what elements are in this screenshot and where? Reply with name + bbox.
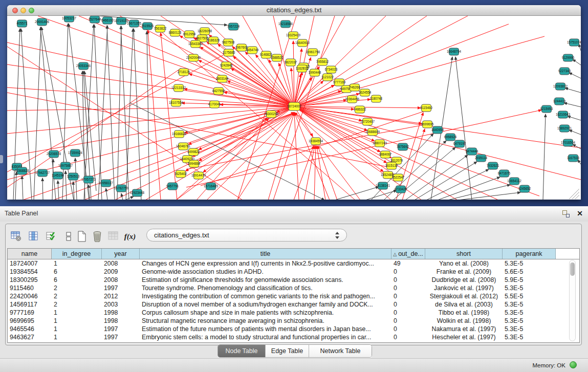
table-row[interactable]: 969969511998Structural magnetic resonanc…	[8, 317, 572, 325]
table-cell[interactable]: de Silva et al. (2003)	[425, 300, 503, 309]
tab-edge-table[interactable]: Edge Table	[266, 345, 309, 357]
table-cell[interactable]: 2	[52, 292, 102, 300]
table-row[interactable]: 1872400712008Changes of HCN gene express…	[8, 259, 572, 268]
table-cell[interactable]: Yano et al. (2008)	[425, 259, 503, 268]
table-cell[interactable]: Tourette syndrome. Phenomenology and cla…	[140, 284, 391, 292]
table-cell[interactable]: 1	[52, 325, 102, 333]
table-cell[interactable]: 2	[52, 284, 102, 292]
table-cell[interactable]: 6	[52, 276, 102, 284]
table-cell[interactable]: 18724007	[8, 259, 52, 268]
new-document-icon[interactable]	[75, 230, 89, 243]
select-column-icon[interactable]	[27, 230, 40, 243]
table-cell[interactable]: 9463627	[8, 333, 52, 341]
select-rows-icon[interactable]	[45, 230, 58, 243]
table-cell[interactable]: Hescheler et al. (1997)	[425, 333, 503, 341]
column-header-name[interactable]: name	[8, 249, 52, 259]
table-cell[interactable]: 9465546	[8, 325, 52, 333]
float-panel-icon[interactable]	[562, 210, 570, 217]
table-cell[interactable]: 2008	[102, 259, 140, 268]
delete-table-icon[interactable]	[91, 230, 104, 243]
table-row[interactable]: 946554611997Estimation of the future num…	[8, 325, 572, 333]
table-cell[interactable]: 22420046	[8, 292, 52, 300]
table-cell[interactable]: 1997	[102, 333, 140, 341]
column-header-in-degree[interactable]: in_degree	[52, 249, 102, 259]
column-header-short[interactable]: short	[425, 249, 503, 259]
table-row[interactable]: 911546021997Tourette syndrome. Phenomeno…	[8, 284, 572, 292]
table-cell[interactable]: 0	[391, 300, 425, 309]
table-cell[interactable]: Corpus callosum shape and size in male p…	[140, 309, 391, 317]
table-cell[interactable]: 5.9E-5	[503, 276, 556, 284]
table-cell[interactable]: 5.5E-5	[503, 292, 556, 300]
table-cell[interactable]: 5.3E-5	[503, 309, 556, 317]
table-cell[interactable]: Stergiakouli et al. (2012)	[425, 292, 503, 300]
table-cell[interactable]: Disruption of a novel member of a sodium…	[140, 300, 391, 309]
table-cell[interactable]: 1	[52, 333, 102, 341]
table-cell[interactable]: 49	[391, 259, 425, 268]
table-cell[interactable]: 1997	[102, 325, 140, 333]
table-row[interactable]: 2242004622012Investigating the contribut…	[8, 292, 572, 300]
table-cell[interactable]: 0	[391, 292, 425, 300]
table-row[interactable]: 1456911722003Disruption of a novel membe…	[8, 300, 572, 309]
column-header-out-degree[interactable]: △out_de...	[391, 249, 425, 259]
table-cell[interactable]: 2	[52, 300, 102, 309]
table-cell[interactable]: 9115460	[8, 284, 52, 292]
table-cell[interactable]: Estimation of the future numbers of pati…	[140, 325, 391, 333]
table-cell[interactable]: 2008	[102, 276, 140, 284]
table-cell[interactable]: 5.3E-5	[503, 300, 556, 309]
table-cell[interactable]: Wolkin et al. (1998)	[425, 317, 503, 325]
table-cell[interactable]: 0	[391, 317, 425, 325]
table-row[interactable]: 946362711997Embryonic stem cells: a mode…	[8, 333, 572, 341]
table-cell[interactable]: 1	[52, 309, 102, 317]
table-cell[interactable]: 0	[391, 309, 425, 317]
table-cell[interactable]: 0	[391, 284, 425, 292]
table-cell[interactable]: 1	[52, 259, 102, 268]
table-cell[interactable]: 14569117	[8, 300, 52, 309]
table-cell[interactable]: 0	[391, 276, 425, 284]
table-cell[interactable]: Investigating the contribution of common…	[140, 292, 391, 300]
table-chooser-combo[interactable]: citations_edges.txt	[146, 229, 347, 242]
network-window-titlebar[interactable]: citations_edges.txt	[7, 5, 581, 16]
table-cell[interactable]: 19384554	[8, 268, 52, 276]
table-cell[interactable]: Jankovic et al. (1997)	[425, 284, 503, 292]
table-cell[interactable]: 5.6E-5	[503, 268, 556, 276]
table-cell[interactable]: 5.3E-5	[503, 325, 556, 333]
table-cell[interactable]: 18300295	[8, 276, 52, 284]
network-view-canvas[interactable]: 1872400788601238912954182260589827505165…	[7, 16, 581, 200]
table-cell[interactable]: 5.3E-5	[503, 259, 556, 268]
table-cell[interactable]: Estimation of significance thresholds fo…	[140, 276, 391, 284]
column-header-year[interactable]: year	[102, 249, 140, 259]
table-cell[interactable]: 0	[391, 333, 425, 341]
table-cell[interactable]: 9699695	[8, 317, 52, 325]
table-row[interactable]: 977716911998Corpus callosum shape and si…	[8, 309, 572, 317]
table-cell[interactable]: 6	[52, 268, 102, 276]
row-height-icon[interactable]	[62, 230, 75, 243]
table-cell[interactable]: 5.3E-5	[503, 284, 556, 292]
table-cell[interactable]: Nakamura et al. (1997)	[425, 325, 503, 333]
table-cell[interactable]: Genome-wide association studies in ADHD.	[140, 268, 391, 276]
table-cell[interactable]: Embryonic stem cells: a model to study s…	[140, 333, 391, 341]
table-cell[interactable]: Franke et al. (2009)	[425, 268, 503, 276]
function-builder-icon[interactable]: f(x)	[123, 230, 137, 243]
scrollbar-thumb[interactable]	[570, 262, 575, 276]
table-cell[interactable]: 0	[391, 325, 425, 333]
column-header-title[interactable]: title	[140, 249, 391, 259]
table-cell[interactable]: 1998	[102, 317, 140, 325]
table-cell[interactable]: 9777169	[8, 309, 52, 317]
table-cell[interactable]: Tibbo et al. (1998)	[425, 309, 503, 317]
table-cell[interactable]: Dudbridge et al. (2008)	[425, 276, 503, 284]
table-row[interactable]: 1938455462009Genome-wide association stu…	[8, 268, 572, 276]
citation-network-graph[interactable]: 1872400788601238912954182260589827505165…	[7, 16, 581, 200]
table-cell[interactable]: 2009	[102, 268, 140, 276]
close-panel-icon[interactable]: ✕	[577, 209, 583, 218]
table-settings-icon[interactable]	[10, 230, 23, 243]
column-header-pagerank[interactable]: pagerank	[503, 249, 556, 259]
table-cell[interactable]: 1	[52, 317, 102, 325]
table-cell[interactable]: 1998	[102, 309, 140, 317]
tab-network-table[interactable]: Network Table	[309, 345, 372, 357]
left-splitter-handle[interactable]	[0, 155, 3, 163]
table-cell[interactable]: 1997	[102, 284, 140, 292]
table-cell[interactable]: Structural magnetic resonance image aver…	[140, 317, 391, 325]
table-cell[interactable]: 2003	[102, 300, 140, 309]
table-cell[interactable]: 0	[391, 268, 425, 276]
table-vertical-scrollbar[interactable]	[569, 260, 576, 341]
